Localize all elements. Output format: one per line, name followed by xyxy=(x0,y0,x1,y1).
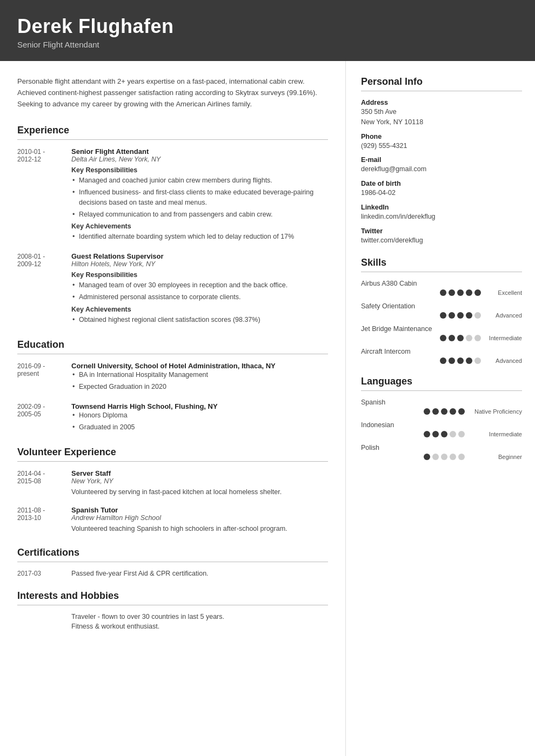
lang-indonesian-name: Indonesian xyxy=(361,421,522,429)
lang-polish-dots-row: Beginner xyxy=(361,454,522,460)
skills-title: Skills xyxy=(361,257,522,268)
skill-airbus-name: Airbus A380 Cabin xyxy=(361,280,522,287)
dot xyxy=(449,312,455,319)
skill-intercom-name: Aircraft Intercom xyxy=(361,348,522,355)
vol2-dates: 2011-08 -2013-10 xyxy=(17,506,71,534)
exp2-ach-1: Obtained highest regional client satisfa… xyxy=(71,315,328,325)
header: Derek Flughafen Senior Flight Attendant xyxy=(0,0,535,61)
exp2-content: Guest Relations Supervisor Hilton Hotels… xyxy=(71,252,328,326)
exp1-resp-1: Managed and coached junior cabin crew me… xyxy=(71,176,328,186)
lang-spanish-dots-row: Native Proficiency xyxy=(361,408,522,415)
volunteer-section: Volunteer Experience 2014-04 -2015-08 Se… xyxy=(17,447,328,534)
left-column: Personable flight attendant with 2+ year… xyxy=(0,61,346,756)
skill-jetbridge: Jet Bridge Maintenance Intermediate xyxy=(361,325,522,341)
exp1-dates: 2010-01 -2012-12 xyxy=(17,147,71,244)
dot xyxy=(424,408,430,415)
dob-value: 1986-04-02 xyxy=(361,188,522,198)
dot xyxy=(424,454,430,460)
dot xyxy=(450,408,456,415)
dot xyxy=(440,289,446,296)
dot xyxy=(424,431,430,437)
edu2-role: Townsend Harris High School, Flushing, N… xyxy=(71,402,328,410)
summary-text: Personable flight attendant with 2+ year… xyxy=(17,76,328,110)
dot xyxy=(441,454,447,460)
address-value: 350 5th AveNew York, NY 10118 xyxy=(361,107,522,127)
dot xyxy=(432,431,439,437)
dot xyxy=(450,454,456,460)
cert1-date: 2017-03 xyxy=(17,570,71,577)
exp2-role: Guest Relations Supervisor xyxy=(71,252,328,260)
dot xyxy=(474,289,481,296)
lang-spanish-level: Native Proficiency xyxy=(468,408,522,415)
phone-value: (929) 555-4321 xyxy=(361,141,522,151)
languages-title: Languages xyxy=(361,376,522,387)
dot xyxy=(432,454,439,460)
exp2-resp-label: Key Responsibilities xyxy=(71,271,328,279)
exp2-achievements: Obtained highest regional client satisfa… xyxy=(71,315,328,325)
vol-entry-1: 2014-04 -2015-08 Server Staff New York, … xyxy=(17,469,328,497)
interest-1: Traveler - flown to over 30 countries in… xyxy=(17,613,328,620)
cert-entry-1: 2017-03 Passed five-year First Aid & CPR… xyxy=(17,570,328,577)
vol2-desc: Volunteered teaching Spanish to high sch… xyxy=(71,524,328,534)
edu2-dates: 2002-09 -2005-05 xyxy=(17,402,71,434)
candidate-title: Senior Flight Attendant xyxy=(17,40,518,49)
languages-section: Languages Spanish Native Proficiency xyxy=(361,376,522,460)
email-value: derekflug@gmail.com xyxy=(361,164,522,174)
edu2-content: Townsend Harris High School, Flushing, N… xyxy=(71,402,328,434)
dot xyxy=(458,431,465,437)
edu1-role: Cornell University, School of Hotel Admi… xyxy=(71,362,328,370)
exp2-resp-1: Managed team of over 30 employees in rec… xyxy=(71,280,328,291)
skill-jetbridge-level: Intermediate xyxy=(484,335,522,341)
exp1-achievements: Identified alternate boarding system whi… xyxy=(71,232,328,242)
interests-divider xyxy=(17,605,328,605)
exp1-ach-label: Key Achievements xyxy=(71,222,328,230)
lang-indonesian-level: Intermediate xyxy=(468,431,522,437)
main-layout: Personable flight attendant with 2+ year… xyxy=(0,61,535,756)
dot xyxy=(450,431,456,437)
dot xyxy=(432,408,439,415)
phone-label: Phone xyxy=(361,133,522,140)
dot xyxy=(466,335,472,341)
exp1-content: Senior Flight Attendant Delta Air Lines,… xyxy=(71,147,328,244)
personal-info-divider xyxy=(361,91,522,91)
dot xyxy=(466,312,472,319)
skill-airbus-dots-row: Excellent xyxy=(361,289,522,296)
exp2-dates: 2008-01 -2009-12 xyxy=(17,252,71,326)
edu2-bullets: Honors Diploma Graduated in 2005 xyxy=(71,410,328,433)
dot xyxy=(474,335,481,341)
edu2-bullet-2: Graduated in 2005 xyxy=(71,422,328,433)
interests-title: Interests and Hobbies xyxy=(17,590,328,602)
skill-airbus: Airbus A380 Cabin Excellent xyxy=(361,280,522,296)
personal-info-title: Personal Info xyxy=(361,76,522,87)
dot xyxy=(440,312,446,319)
lang-polish-level: Beginner xyxy=(468,454,522,460)
lang-spanish-name: Spanish xyxy=(361,399,522,406)
experience-entry-1: 2010-01 -2012-12 Senior Flight Attendant… xyxy=(17,147,328,244)
certifications-section: Certifications 2017-03 Passed five-year … xyxy=(17,547,328,577)
skill-airbus-dots xyxy=(440,289,481,296)
linkedin-value: linkedin.com/in/derekflug xyxy=(361,212,522,222)
dot xyxy=(440,357,446,364)
edu2-bullet-1: Honors Diploma xyxy=(71,410,328,421)
certifications-divider xyxy=(17,562,328,562)
vol2-org: Andrew Hamilton High School xyxy=(71,514,328,522)
vol-entry-2: 2011-08 -2013-10 Spanish Tutor Andrew Ha… xyxy=(17,506,328,534)
vol1-content: Server Staff New York, NY Volunteered by… xyxy=(71,469,328,497)
skill-intercom-dots-row: Advanced xyxy=(361,357,522,364)
experience-divider xyxy=(17,139,328,140)
exp1-resp-label: Key Responsibilities xyxy=(71,166,328,174)
dot xyxy=(440,335,446,341)
skill-safety-name: Safety Orientation xyxy=(361,302,522,310)
skill-jetbridge-dots xyxy=(440,335,481,341)
vol1-dates: 2014-04 -2015-08 xyxy=(17,469,71,497)
lang-spanish: Spanish Native Proficiency xyxy=(361,399,522,415)
lang-indonesian: Indonesian Intermediate xyxy=(361,421,522,437)
skill-jetbridge-name: Jet Bridge Maintenance xyxy=(361,325,522,333)
skill-intercom-dots xyxy=(440,357,481,364)
skill-jetbridge-dots-row: Intermediate xyxy=(361,335,522,341)
experience-section: Experience 2010-01 -2012-12 Senior Fligh… xyxy=(17,125,328,326)
vol2-role: Spanish Tutor xyxy=(71,506,328,514)
education-section: Education 2016-09 -present Cornell Unive… xyxy=(17,339,328,434)
lang-indonesian-dots xyxy=(424,431,465,437)
skills-section: Skills Airbus A380 Cabin Excellent xyxy=(361,257,522,364)
